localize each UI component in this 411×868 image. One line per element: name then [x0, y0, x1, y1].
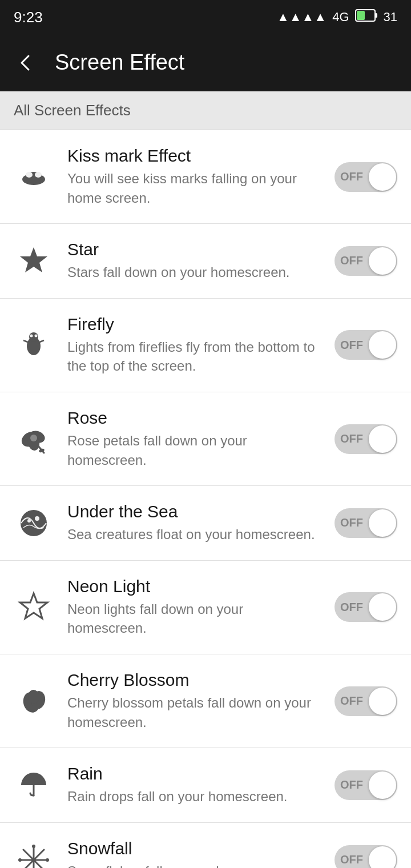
- star-icon: [14, 241, 54, 281]
- effect-desc: Rain drops fall on your homescreen.: [67, 787, 325, 806]
- cherry-icon: [14, 681, 54, 721]
- effects-list: Kiss mark Effect You will see kiss marks…: [0, 130, 411, 868]
- section-header: All Screen Effects: [0, 91, 411, 130]
- app-bar: Screen Effect: [0, 34, 411, 91]
- list-item: Rose Rose petals fall down on your homes…: [0, 392, 411, 486]
- effect-desc: Sea creatures float on your homescreen.: [67, 525, 325, 544]
- effect-name: Firefly: [67, 315, 325, 334]
- status-bar: 9:23 ▲▲▲▲ 4G 31: [0, 0, 411, 34]
- effect-text-star: Star Stars fall down on your homescreen.: [67, 240, 325, 282]
- svg-marker-24: [20, 593, 47, 618]
- list-item: Snowfall Snow flakes fall on your homesc…: [0, 823, 411, 868]
- toggle-star[interactable]: OFF: [335, 246, 397, 276]
- svg-point-23: [35, 516, 39, 521]
- svg-point-36: [18, 858, 22, 862]
- toggle-knob: [369, 163, 396, 191]
- neon-star-icon: [14, 587, 54, 627]
- effect-name: Cherry Blossom: [67, 670, 325, 690]
- effect-text-sea: Under the Sea Sea creatures float on you…: [67, 502, 325, 544]
- effect-desc: You will see kiss marks falling on your …: [67, 169, 325, 207]
- status-indicators: ▲▲▲▲ 4G 31: [277, 9, 397, 25]
- svg-point-6: [35, 172, 42, 178]
- toggle-label: OFF: [340, 516, 363, 529]
- effect-text-snowfall: Snowfall Snow flakes fall on your homesc…: [67, 839, 325, 868]
- svg-rect-1: [357, 11, 365, 20]
- effect-name: Star: [67, 240, 325, 259]
- list-item: Under the Sea Sea creatures float on you…: [0, 486, 411, 561]
- effect-desc: Neon lights fall down on your homescreen…: [67, 600, 325, 638]
- toggle-knob: [369, 247, 396, 275]
- toggle-knob: [369, 771, 396, 799]
- svg-point-10: [30, 335, 33, 337]
- toggle-rain[interactable]: OFF: [335, 770, 397, 800]
- effect-text-cherry: Cherry Blossom Cherry blossom petals fal…: [67, 670, 325, 732]
- toggle-label: OFF: [340, 601, 363, 614]
- list-item: Rain Rain drops fall on your homescreen.…: [0, 748, 411, 823]
- back-button[interactable]: [11, 48, 41, 78]
- effect-name: Rose: [67, 408, 325, 428]
- list-item: Neon Light Neon lights fall down on your…: [0, 561, 411, 654]
- effect-text-rose: Rose Rose petals fall down on your homes…: [67, 408, 325, 469]
- effect-desc: Lights from fireflies fly from the botto…: [67, 337, 325, 376]
- sea-icon: [14, 503, 54, 543]
- battery-level: 31: [384, 10, 397, 25]
- toggle-label: OFF: [340, 254, 363, 267]
- toggle-kiss-mark[interactable]: OFF: [335, 162, 397, 192]
- toggle-label: OFF: [340, 853, 363, 866]
- svg-point-33: [31, 858, 36, 862]
- svg-point-5: [26, 172, 33, 178]
- signal-icon: ▲▲▲▲: [277, 10, 327, 25]
- toggle-cherry[interactable]: OFF: [335, 686, 397, 716]
- battery-icon: [355, 9, 378, 25]
- svg-rect-2: [375, 13, 377, 18]
- firefly-icon: [14, 325, 54, 365]
- svg-point-34: [32, 845, 35, 848]
- toggle-label: OFF: [340, 432, 363, 445]
- list-item: Star Stars fall down on your homescreen.…: [0, 224, 411, 299]
- effect-name: Rain: [67, 764, 325, 783]
- status-time: 9:23: [14, 9, 43, 26]
- svg-marker-7: [20, 247, 47, 272]
- effect-text-neon: Neon Light Neon lights fall down on your…: [67, 577, 325, 638]
- effect-name: Neon Light: [67, 577, 325, 596]
- list-item: Firefly Lights from fireflies fly from t…: [0, 299, 411, 392]
- effect-desc: Stars fall down on your homescreen.: [67, 263, 325, 282]
- svg-point-9: [29, 332, 38, 341]
- effect-desc: Snow flakes fall on your homescreen.: [67, 862, 325, 868]
- list-item: Cherry Blossom Cherry blossom petals fal…: [0, 654, 411, 748]
- toggle-label: OFF: [340, 170, 363, 183]
- snowflake-icon: [14, 840, 54, 868]
- effect-text-firefly: Firefly Lights from fireflies fly from t…: [67, 315, 325, 376]
- effect-name: Snowfall: [67, 839, 325, 858]
- effect-name: Under the Sea: [67, 502, 325, 521]
- toggle-knob: [369, 593, 396, 621]
- network-type: 4G: [332, 10, 349, 25]
- toggle-knob: [369, 331, 396, 359]
- svg-point-22: [27, 519, 31, 523]
- effect-desc: Cherry blossom petals fall down on your …: [67, 693, 325, 732]
- toggle-label: OFF: [340, 339, 363, 352]
- toggle-label: OFF: [340, 778, 363, 791]
- toggle-rose[interactable]: OFF: [335, 424, 397, 454]
- effect-name: Kiss mark Effect: [67, 146, 325, 166]
- list-item: Kiss mark Effect You will see kiss marks…: [0, 130, 411, 224]
- toggle-firefly[interactable]: OFF: [335, 330, 397, 360]
- lips-icon: [14, 157, 54, 197]
- toggle-knob: [369, 425, 396, 453]
- toggle-label: OFF: [340, 694, 363, 708]
- effect-text-kiss-mark: Kiss mark Effect You will see kiss marks…: [67, 146, 325, 207]
- toggle-snowfall[interactable]: OFF: [335, 845, 397, 868]
- page-title: Screen Effect: [55, 50, 184, 75]
- toggle-knob: [369, 509, 396, 537]
- toggle-knob: [369, 688, 396, 715]
- umbrella-icon: [14, 765, 54, 805]
- toggle-knob: [369, 846, 396, 868]
- toggle-neon[interactable]: OFF: [335, 592, 397, 622]
- effect-text-rain: Rain Rain drops fall on your homescreen.: [67, 764, 325, 806]
- svg-point-17: [30, 435, 37, 441]
- svg-point-11: [35, 335, 38, 337]
- toggle-sea[interactable]: OFF: [335, 508, 397, 538]
- rose-icon: [14, 419, 54, 459]
- effect-desc: Rose petals fall down on your homescreen…: [67, 431, 325, 469]
- svg-point-37: [46, 858, 49, 862]
